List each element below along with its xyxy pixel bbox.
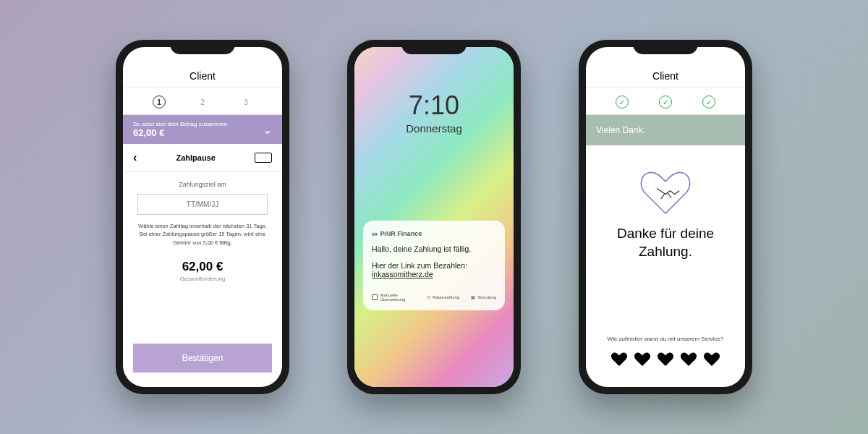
calendar-icon: ▦ xyxy=(471,294,475,299)
pill-deferral[interactable]: ▦Stundung xyxy=(471,293,496,302)
date-input[interactable] xyxy=(137,194,268,215)
step-indicator: ✓ ✓ ✓ xyxy=(586,88,745,115)
heart-3[interactable] xyxy=(658,352,673,367)
step-indicator: 1 2 3 xyxy=(123,88,282,115)
step-2-done: ✓ xyxy=(659,95,672,109)
clock-icon: ◷ xyxy=(427,294,430,299)
notification-options: Manuelle Überweisung ◷Ratenzahlung ▦Stun… xyxy=(372,287,496,302)
confirm-button[interactable]: Bestätigen xyxy=(133,344,272,373)
zahlpause-row: ‹ Zahlpause xyxy=(123,144,282,172)
step-3-done: ✓ xyxy=(702,95,715,109)
card-icon xyxy=(372,294,378,300)
amount-value: 62,00 € xyxy=(133,127,227,138)
thanks-message: Danke für deine Zahlung. xyxy=(586,225,745,260)
phone-payment-setup: Client 1 2 3 So setzt sich dein Betrag z… xyxy=(116,40,289,394)
back-chevron-icon[interactable]: ‹ xyxy=(133,151,137,164)
notch xyxy=(401,40,467,54)
weekday: Donnerstag xyxy=(354,122,514,135)
page-title: Client xyxy=(586,64,745,88)
thanks-band: Vielen Dank. xyxy=(586,115,745,145)
help-text: Wähle einen Zahltag innerhalb der nächst… xyxy=(137,222,268,247)
zahlpause-label: Zahlpause xyxy=(176,153,215,162)
screen: Client 1 2 3 So setzt sich dein Betrag z… xyxy=(123,47,282,387)
heart-5[interactable] xyxy=(704,352,720,367)
handshake-heart-icon xyxy=(586,145,745,225)
step-1[interactable]: 1 xyxy=(153,95,166,109)
heart-4[interactable] xyxy=(681,352,697,367)
date-label: Zahlungsziel am xyxy=(137,181,268,188)
screen: 7:10 Donnerstag ∞ PAIR Finance Hallo, de… xyxy=(354,47,514,387)
amount-label: So setzt sich dein Betrag zusammen xyxy=(133,121,227,127)
rating-hearts xyxy=(586,342,745,387)
money-card-icon xyxy=(255,153,272,163)
step-1-done: ✓ xyxy=(616,95,629,109)
phone-lockscreen: 7:10 Donnerstag ∞ PAIR Finance Hallo, de… xyxy=(347,40,521,394)
notification-link-row: Hier der Link zum Bezahlen: inkassomithe… xyxy=(372,261,496,278)
infinity-icon: ∞ xyxy=(372,229,378,238)
total-amount: 62,00 € xyxy=(137,260,268,274)
step-3[interactable]: 3 xyxy=(239,95,252,109)
lock-clock: 7:10 Donnerstag xyxy=(354,90,514,135)
step-2[interactable]: 2 xyxy=(196,95,209,109)
screen: Client ✓ ✓ ✓ Vielen Dank. Danke für dein… xyxy=(586,47,745,387)
heart-2[interactable] xyxy=(634,352,650,367)
phone-thank-you: Client ✓ ✓ ✓ Vielen Dank. Danke für dein… xyxy=(579,40,752,394)
notch xyxy=(170,40,235,54)
pill-transfer[interactable]: Manuelle Überweisung xyxy=(372,293,415,302)
notch xyxy=(633,40,698,54)
notification-greeting: Hallo, deine Zahlung ist fällig. xyxy=(372,244,496,255)
chevron-down-icon: ⌄ xyxy=(263,123,272,137)
time: 7:10 xyxy=(354,90,514,121)
pill-installment[interactable]: ◷Ratenzahlung xyxy=(427,293,459,302)
payment-link[interactable]: inkassomitherz.de xyxy=(372,270,433,278)
total-label: Gesamtforderung xyxy=(137,276,268,282)
notification-card[interactable]: ∞ PAIR Finance Hallo, deine Zahlung ist … xyxy=(363,221,505,310)
survey-question: Wie zufrieden warst du mit unserem Servi… xyxy=(586,336,745,342)
amount-breakdown-band[interactable]: So setzt sich dein Betrag zusammen 62,00… xyxy=(123,115,282,144)
notification-sender: ∞ PAIR Finance xyxy=(372,229,496,238)
heart-1[interactable] xyxy=(611,352,627,367)
page-title: Client xyxy=(123,64,282,88)
